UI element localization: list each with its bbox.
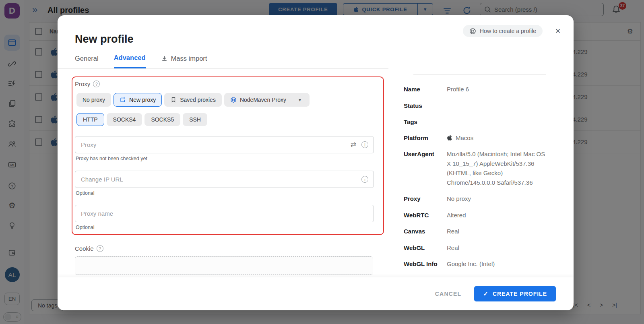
summary-row: Tags	[404, 117, 549, 126]
summary-value	[447, 101, 549, 110]
proxy-helper-text: Proxy has not been checked yet	[76, 156, 147, 161]
summary-value: Google Inc. (Intel)	[447, 259, 549, 269]
summary-value: No proxy	[447, 194, 549, 204]
tab-general[interactable]: General	[75, 54, 99, 68]
summary-value: Altered	[447, 210, 549, 220]
summary-label: Canvas	[404, 227, 447, 236]
proxy-name-field	[75, 205, 374, 222]
modal-tabs: General Advanced Mass import	[75, 54, 207, 68]
summary-label: WebRTC	[404, 210, 447, 220]
summary-row: Name Profile 6	[404, 85, 549, 94]
cookie-section-label: Cookie ?	[75, 245, 103, 252]
no-proxy-button[interactable]: No proxy	[76, 93, 111, 107]
change-ip-helper-text: Optional	[76, 190, 95, 196]
nodemaven-proxy-button[interactable]: NodeMaven Proxy ▼	[224, 93, 310, 107]
summary-value: Profile 6	[447, 85, 549, 94]
summary-row: Platform Macos	[404, 133, 549, 143]
tab-mass-import[interactable]: Mass import	[161, 54, 207, 68]
bookmark-icon	[170, 97, 177, 103]
no-proxy-label: No proxy	[83, 97, 105, 103]
download-icon	[161, 56, 168, 62]
summary-label: Tags	[404, 117, 447, 126]
summary-label: UserAgent	[404, 149, 447, 187]
tabs-divider	[58, 68, 388, 69]
question-icon[interactable]: ?	[93, 80, 100, 87]
profile-summary-rows: Name Profile 6 Status Tags Platform Maco…	[404, 85, 549, 276]
new-profile-modal: How to create a profile ✕ New profile Ge…	[58, 15, 574, 310]
summary-label: WebGL Info	[404, 259, 447, 269]
nodemaven-proxy-label: NodeMaven Proxy	[240, 97, 286, 103]
summary-label: Name	[404, 85, 447, 94]
cancel-button[interactable]: CANCEL	[435, 291, 462, 297]
saved-proxies-button[interactable]: Saved proxies	[164, 93, 222, 107]
question-icon[interactable]: ?	[97, 245, 103, 252]
cookie-dropzone[interactable]	[75, 256, 373, 275]
proxy-input[interactable]	[75, 141, 351, 148]
summary-divider	[413, 74, 546, 74]
proxy-section-label-text: Proxy	[75, 80, 90, 87]
cookie-section-label-text: Cookie	[75, 245, 94, 252]
create-profile-button[interactable]: ✓ CREATE PROFILE	[474, 286, 556, 301]
protocol-http[interactable]: HTTP	[76, 113, 104, 126]
summary-value: Macos	[447, 133, 549, 143]
summary-value	[447, 117, 549, 126]
protocol-socks4[interactable]: SOCKS4	[107, 113, 142, 126]
create-profile-button-label: CREATE PROFILE	[493, 291, 547, 297]
lifebuoy-icon	[469, 28, 476, 35]
how-to-create-profile-button[interactable]: How to create a profile	[463, 25, 543, 37]
tab-mass-import-label: Mass import	[171, 55, 207, 62]
nodemaven-dropdown-caret[interactable]: ▼	[296, 98, 303, 102]
proxy-name-helper-text: Optional	[76, 225, 95, 230]
apple-icon	[447, 134, 452, 141]
summary-label: Status	[404, 101, 447, 110]
proxy-section-label: Proxy ?	[75, 80, 100, 87]
nodemaven-divider	[292, 96, 292, 104]
close-icon[interactable]: ✕	[555, 27, 561, 35]
how-to-create-profile-label: How to create a profile	[480, 28, 536, 34]
modal-footer: CANCEL ✓ CREATE PROFILE	[58, 277, 574, 310]
checkmark-icon: ✓	[483, 290, 489, 297]
new-proxy-label: New proxy	[129, 97, 156, 103]
nodemaven-logo-icon	[230, 97, 237, 103]
tab-advanced-label: Advanced	[114, 54, 146, 62]
swap-arrows-icon[interactable]: ⇄	[351, 140, 356, 149]
protocol-ssh[interactable]: SSH	[183, 113, 207, 126]
proxy-field: ⇄ i	[75, 136, 374, 153]
summary-value: Mozilla/5.0 (Macintosh; Intel Mac OS X 1…	[447, 149, 549, 187]
proxy-name-input[interactable]	[75, 210, 374, 217]
summary-row: Proxy No proxy	[404, 194, 549, 204]
summary-label: Proxy	[404, 194, 447, 204]
protocol-socks5[interactable]: SOCKS5	[144, 113, 180, 126]
summary-row: WebGL Real	[404, 243, 549, 253]
tab-general-label: General	[75, 55, 99, 62]
summary-label: Platform	[404, 133, 447, 143]
proxy-protocol-tabs: HTTP SOCKS4 SOCKS5 SSH	[76, 113, 207, 126]
tab-advanced[interactable]: Advanced	[114, 54, 146, 68]
summary-value: Real	[447, 227, 549, 236]
summary-label: WebGL	[404, 243, 447, 253]
summary-row: Canvas Real	[404, 227, 549, 236]
change-ip-field: i	[75, 171, 374, 188]
change-ip-input[interactable]	[75, 176, 361, 183]
summary-row: UserAgent Mozilla/5.0 (Macintosh; Intel …	[404, 149, 549, 187]
modal-title: New profile	[75, 33, 134, 45]
saved-proxies-label: Saved proxies	[180, 97, 216, 103]
summary-row: WebRTC Altered	[404, 210, 549, 220]
proxy-mode-buttons: No proxy New proxy Saved proxies NodeMav…	[76, 93, 310, 107]
summary-row: WebGL Info Google Inc. (Intel)	[404, 259, 549, 269]
new-proxy-icon	[120, 97, 126, 103]
info-icon[interactable]: i	[361, 176, 368, 183]
summary-value: Real	[447, 243, 549, 253]
summary-row: Status	[404, 101, 549, 110]
new-proxy-button[interactable]: New proxy	[114, 93, 162, 107]
info-icon[interactable]: i	[361, 141, 368, 148]
